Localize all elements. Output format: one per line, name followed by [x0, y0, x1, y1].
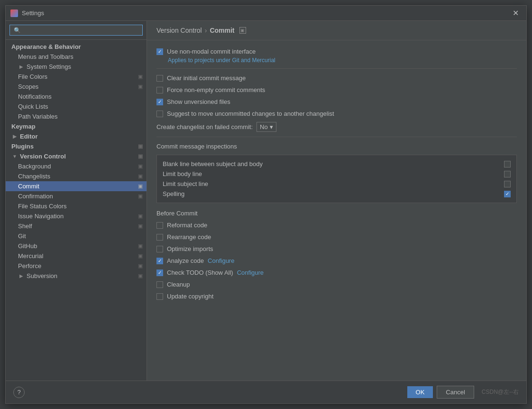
sidebar-item-label: Confirmation [18, 193, 53, 200]
sidebar-item-perforce[interactable]: Perforce ▣ [6, 261, 147, 271]
sidebar-item-editor[interactable]: ▶ Editor [6, 131, 147, 141]
sidebar-item-label: Editor [20, 133, 38, 140]
checkbox-analyze[interactable] [156, 258, 163, 264]
option-force-nonempty-label: Force non-empty commit comments [167, 86, 265, 93]
sidebar-item-confirmation[interactable]: Confirmation ▣ [6, 191, 147, 201]
settings-icon: ▣ [138, 163, 143, 169]
checkbox-use-nonmodal[interactable] [156, 48, 163, 55]
sidebar-item-background[interactable]: Background ▣ [6, 161, 147, 171]
checkbox-force-nonempty[interactable] [156, 87, 163, 93]
checkbox-cleanup[interactable] [156, 281, 163, 288]
sidebar-item-file-status-colors[interactable]: File Status Colors [6, 201, 147, 211]
sidebar-item-git[interactable]: Git [6, 231, 147, 241]
sidebar-item-label: GitHub [18, 242, 37, 250]
expand-icon: ▶ [18, 64, 25, 70]
checkbox-rearrange[interactable] [156, 234, 163, 241]
checkbox-clear-initial[interactable] [156, 75, 163, 82]
before-commit-cleanup-row: Cleanup [156, 281, 517, 288]
sidebar-item-label: Version Control [20, 153, 66, 160]
search-input[interactable] [23, 27, 138, 34]
detail-header: Version Control › Commit ▣ [147, 21, 526, 40]
sidebar-item-label: Keymap [11, 123, 36, 130]
checkbox-copyright[interactable] [156, 293, 163, 300]
breadcrumb-settings-icon[interactable]: ▣ [239, 27, 246, 34]
sidebar-item-label: Git [18, 232, 26, 240]
sidebar-item-commit[interactable]: Commit ▣ [6, 181, 147, 191]
cancel-button[interactable]: Cancel [437, 386, 474, 399]
option-clear-initial-row: Clear initial commit message [156, 74, 517, 82]
checkbox-limit-subject[interactable] [504, 181, 511, 187]
sidebar-item-menus-toolbars[interactable]: Menus and Toolbars [6, 52, 147, 62]
help-button[interactable]: ? [13, 387, 25, 398]
ok-button[interactable]: OK [407, 386, 433, 398]
sidebar-item-scopes[interactable]: Scopes ▣ [6, 82, 147, 92]
inspection-row-blank-line: Blank line between subject and body [163, 159, 511, 169]
sidebar-item-plugins[interactable]: Plugins ▣ [6, 141, 147, 151]
close-button[interactable]: ✕ [510, 8, 522, 19]
sidebar-item-label: Appearance & Behavior [11, 43, 81, 50]
checkbox-show-unversioned[interactable] [156, 99, 163, 105]
before-commit-reformat-row: Reformat code [156, 222, 517, 229]
sidebar-item-quick-lists[interactable]: Quick Lists [6, 102, 147, 112]
checkbox-suggest-move[interactable] [156, 111, 163, 117]
search-wrapper[interactable]: 🔍 [9, 25, 143, 36]
before-commit-todo-label: Check TODO (Show All) [167, 269, 233, 276]
sidebar-item-path-variables[interactable]: Path Variables [6, 112, 147, 121]
breadcrumb: Version Control › Commit ▣ [156, 27, 246, 34]
checkbox-limit-body[interactable] [504, 171, 511, 177]
sidebar-item-label: Quick Lists [18, 103, 48, 110]
checkbox-todo[interactable] [156, 270, 163, 276]
sidebar-item-github[interactable]: GitHub ▣ [6, 241, 147, 251]
sidebar-item-label: Mercurial [18, 252, 43, 260]
sidebar-item-mercurial[interactable]: Mercurial ▣ [6, 251, 147, 261]
breadcrumb-current: Commit [210, 27, 234, 34]
option-use-nonmodal-desc-row: Applies to projects under Git and Mercur… [156, 57, 517, 64]
checkbox-reformat[interactable] [156, 222, 163, 229]
option-use-nonmodal-desc: Applies to projects under Git and Mercur… [168, 57, 275, 64]
changelist-failed-row: Create changelist on failed commit: No ▾ [156, 122, 517, 132]
settings-icon: ▣ [138, 273, 143, 279]
search-box: 🔍 [6, 21, 147, 40]
expand-icon: ▶ [18, 273, 25, 279]
changelist-dropdown[interactable]: No ▾ [257, 122, 276, 132]
inspection-label-spelling: Spelling [163, 190, 184, 197]
sidebar-item-notifications[interactable]: Notifications [6, 92, 147, 102]
inspections-title: Commit message inspections [156, 143, 517, 150]
checkbox-spelling[interactable] [504, 191, 511, 197]
sidebar-item-issue-navigation[interactable]: Issue Navigation ▣ [6, 211, 147, 221]
sidebar: 🔍 Appearance & Behavior Menus and Toolba… [6, 21, 147, 381]
sidebar-item-label: Notifications [18, 93, 52, 100]
chevron-down-icon: ▾ [270, 123, 273, 130]
checkbox-optimize[interactable] [156, 246, 163, 252]
sidebar-item-label: Perforce [18, 262, 41, 270]
sidebar-item-system-settings[interactable]: ▶ System Settings [6, 62, 147, 72]
before-commit-rearrange-label: Rearrange code [167, 233, 211, 241]
option-suggest-move-label: Suggest to move uncommitted changes to a… [167, 110, 334, 117]
sidebar-item-changelists[interactable]: Changelists ▣ [6, 171, 147, 181]
sidebar-item-file-colors[interactable]: File Colors ▣ [6, 72, 147, 82]
changelist-label: Create changelist on failed commit: [156, 123, 253, 130]
bottom-bar: ? OK Cancel CSDN@左--右 [6, 381, 526, 403]
before-commit-title: Before Commit [156, 210, 517, 217]
checkbox-blank-line[interactable] [504, 161, 511, 167]
detail-panel: Version Control › Commit ▣ Use non-modal… [147, 21, 526, 381]
settings-icon: ▣ [138, 84, 143, 90]
sidebar-item-appearance[interactable]: Appearance & Behavior [6, 42, 147, 52]
settings-icon: ▣ [138, 263, 143, 269]
sidebar-item-label: Shelf [18, 223, 32, 230]
sidebar-item-shelf[interactable]: Shelf ▣ [6, 221, 147, 231]
sidebar-item-version-control[interactable]: ▼ Version Control ▣ [6, 151, 147, 161]
option-use-nonmodal-row: Use non-modal commit interface [156, 48, 517, 55]
breadcrumb-separator: › [205, 27, 207, 34]
window-title: Settings [22, 9, 510, 17]
before-commit-analyze-label: Analyze code [167, 257, 204, 264]
todo-configure-link[interactable]: Configure [237, 269, 264, 276]
sidebar-item-subversion[interactable]: ▶ Subversion ▣ [6, 271, 147, 281]
nav-tree: Appearance & Behavior Menus and Toolbars… [6, 40, 147, 381]
expand-icon: ▶ [11, 133, 18, 140]
settings-icon: ▣ [138, 253, 143, 259]
sidebar-item-keymap[interactable]: Keymap [6, 121, 147, 131]
divider-1 [156, 68, 517, 69]
analyze-configure-link[interactable]: Configure [208, 257, 234, 264]
divider-2 [156, 137, 517, 137]
